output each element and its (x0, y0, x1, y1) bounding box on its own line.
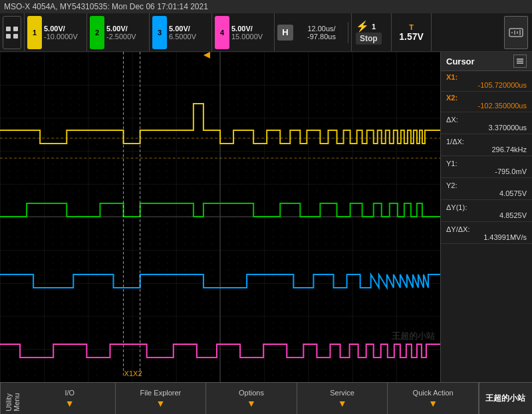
bottom-menu: Utility Menu I/O ▼ File Explorer ▼ Optio… (0, 382, 532, 414)
trigger-t-label: T (409, 23, 414, 31)
menu-service-button[interactable]: Service ▼ (297, 383, 388, 414)
ch1-offset: -10.0000V (44, 33, 84, 41)
menu-service-label: Service (330, 389, 354, 397)
ch3-info: 5.00V/ 6.5000V (169, 25, 209, 41)
h-badge: H (277, 25, 293, 41)
ch1-group: 1 5.00V/ -10.0000V (25, 13, 87, 51)
ch3-label: 3 (158, 29, 162, 37)
ch3-group: 3 5.00V/ 6.5000V (150, 13, 212, 51)
scope-svg: X1X2 (0, 52, 440, 382)
cursor-x1-row: X1: -105.720000us (441, 71, 532, 92)
title-text: MSO-X 4054A, MY54310535: Mon Dec 06 17:0… (4, 2, 208, 11)
trigger-ch: 1 (372, 23, 376, 31)
timebase-info: 12.00us/ -97.80us (295, 22, 348, 43)
trigger-group: ⚡ 1 Stop (352, 13, 392, 51)
ch1-label: 1 (33, 29, 37, 37)
svg-rect-2 (6, 34, 11, 39)
cursor-dy-dx-row: ΔY/ΔX: 1.43991MV/s (441, 222, 532, 244)
grid-icon (5, 26, 19, 39)
title-bar: MSO-X 4054A, MY54310535: Mon Dec 06 17:0… (0, 0, 532, 13)
grid-icon-group (0, 13, 25, 51)
ch4-vdiv: 5.00V/ (231, 25, 271, 33)
svg-rect-0 (6, 27, 11, 31)
menu-file-explorer-arrow: ▼ (156, 398, 165, 409)
cursor-x1-value: -105.720000us (446, 81, 527, 89)
svg-rect-3 (13, 34, 18, 39)
ch4-button[interactable]: 4 (215, 16, 229, 49)
ch2-button[interactable]: 2 (90, 16, 104, 49)
cursor-inv-dx-row: 1/ΔX: 296.74kHz (441, 134, 532, 156)
menu-io-arrow: ▼ (65, 398, 74, 409)
ch4-info: 5.00V/ 15.0000V (231, 25, 271, 41)
svg-text:X1X2: X1X2 (124, 369, 142, 377)
ch3-vdiv: 5.00V/ (169, 25, 209, 33)
cursor-dy1-label: ΔY(1): (446, 203, 527, 211)
menu-quick-action-button[interactable]: Quick Action ▼ (388, 383, 479, 414)
cursor-dx-row: ΔX: 3.370000us (441, 112, 532, 134)
timebase-group: H 12.00us/ -97.80us (275, 13, 352, 51)
watermark-logo-text: 王超的小站 (485, 393, 525, 404)
menu-file-explorer-label: File Explorer (140, 389, 182, 397)
svg-rect-4 (509, 29, 523, 37)
menu-options-button[interactable]: Options ▼ (206, 383, 297, 414)
ch4-group: 4 5.00V/ 15.0000V (212, 13, 275, 51)
time-delay: -97.80us (307, 33, 336, 41)
trigger-voltage-group: T 1.57V (392, 13, 432, 51)
ch3-offset: 6.5000V (169, 33, 209, 41)
cursor-y1-value: -795.0mV (446, 167, 527, 175)
cursor-dy1-value: 4.8525V (446, 211, 527, 219)
controls-bar: 1 5.00V/ -10.0000V 2 5.00V/ -2.5000V 3 5… (0, 13, 532, 52)
cursor-panel: Cursor X1: -105.720000us X2: -102.350000… (440, 52, 532, 382)
cursor-menu-button[interactable] (513, 54, 527, 68)
cursor-inv-dx-label: 1/ΔX: (446, 138, 527, 146)
cursor-dy-dx-value: 1.43991MV/s (446, 233, 527, 241)
cursor-dy-dx-label: ΔY/ΔX: (446, 225, 527, 233)
ch1-vdiv: 5.00V/ (44, 25, 84, 33)
utility-menu-label: Utility Menu (0, 383, 25, 414)
cursor-inv-dx-value: 296.74kHz (446, 146, 527, 154)
ch1-info: 5.00V/ -10.0000V (44, 25, 84, 41)
time-div: 12.00us/ (307, 25, 335, 33)
menu-io-label: I/O (65, 389, 74, 397)
cursor-panel-title: Cursor (446, 56, 475, 66)
cursor-dx-value: 3.370000us (446, 124, 527, 132)
cursor-dy1-row: ΔY(1): 4.8525V (441, 200, 532, 222)
cursor-dx-label: ΔX: (446, 116, 527, 124)
menu-options-label: Options (239, 389, 264, 397)
cursor-y1-label: Y1: (446, 159, 527, 167)
cursor-y2-row: Y2: 4.0575V (441, 178, 532, 200)
menu-icon (515, 56, 525, 66)
ch2-vdiv: 5.00V/ (106, 25, 146, 33)
cursor-x2-row: X2: -102.350000us (441, 92, 532, 112)
ch2-info: 5.00V/ -2.5000V (106, 25, 146, 41)
ch1-button[interactable]: 1 (27, 16, 42, 49)
ch4-label: 4 (220, 29, 224, 37)
cursor-x2-label: X2: (446, 94, 527, 102)
scope-display[interactable]: T▶ X1X2 Y2▶ Y1▶ 1▶ 2▶ 3▶ 4▶ (0, 52, 440, 382)
watermark-logo-area: 王超的小站 (479, 383, 532, 414)
stop-button[interactable]: Stop (356, 33, 382, 45)
trigger-icon: ⚡ (356, 20, 369, 33)
menu-quick-action-arrow: ▼ (428, 398, 438, 409)
measure-icon (508, 23, 524, 42)
trigger-voltage: 1.57V (399, 31, 424, 42)
cursor-panel-header: Cursor (441, 52, 532, 71)
ch4-offset: 15.0000V (231, 33, 271, 41)
measure-icon-button[interactable] (504, 16, 528, 49)
grid-button[interactable] (3, 16, 21, 49)
ch3-button[interactable]: 3 (152, 16, 167, 49)
ch2-group: 2 5.00V/ -2.5000V (87, 13, 150, 51)
menu-io-button[interactable]: I/O ▼ (25, 383, 116, 414)
ch2-offset: -2.5000V (106, 33, 146, 41)
menu-service-arrow: ▼ (338, 398, 347, 409)
cursor-y1-row: Y1: -795.0mV (441, 156, 532, 178)
menu-options-arrow: ▼ (247, 398, 256, 409)
menu-quick-action-label: Quick Action (413, 389, 454, 397)
right-controls (432, 13, 532, 51)
cursor-x1-label: X1: (446, 73, 527, 81)
cursor-x2-value: -102.350000us (446, 102, 527, 110)
ch2-label: 2 (95, 29, 99, 37)
cursor-y2-label: Y2: (446, 181, 527, 189)
watermark: 王超的小站 (392, 330, 435, 342)
menu-file-explorer-button[interactable]: File Explorer ▼ (116, 383, 207, 414)
